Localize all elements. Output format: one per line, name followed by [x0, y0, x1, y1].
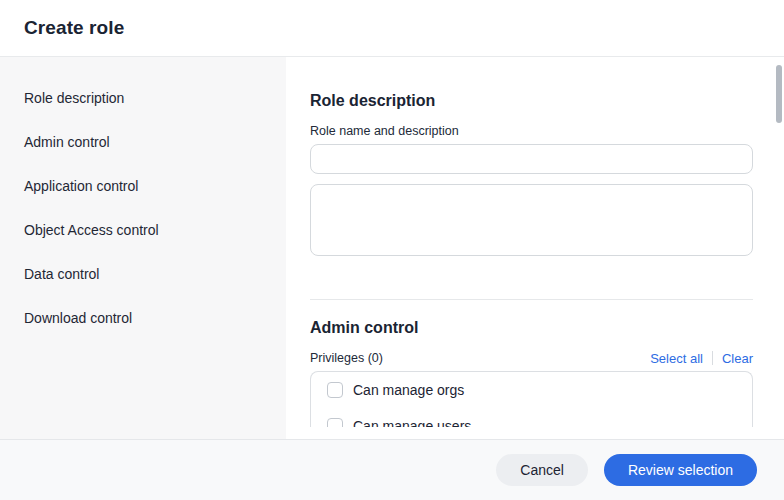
- checkbox-icon[interactable]: [327, 382, 343, 398]
- privilege-row-can-manage-users[interactable]: Can manage users: [311, 408, 752, 427]
- section-divider: [310, 299, 753, 300]
- privileges-toolbar: Privileges (0) Select all Clear: [310, 350, 753, 366]
- admin-control-heading: Admin control: [310, 317, 753, 339]
- sidebar-item-admin-control[interactable]: Admin control: [0, 120, 286, 164]
- sidebar-item-data-control[interactable]: Data control: [0, 252, 286, 296]
- privileges-links: Select all Clear: [650, 351, 753, 366]
- main-content: Role description Role name and descripti…: [286, 57, 784, 439]
- privilege-label: Can manage users: [353, 418, 471, 427]
- role-description-textarea[interactable]: [310, 184, 753, 256]
- sidebar-item-application-control[interactable]: Application control: [0, 164, 286, 208]
- sidebar-item-label: Data control: [24, 266, 99, 282]
- page-title: Create role: [24, 17, 124, 39]
- privileges-list: Can manage orgs Can manage users: [310, 371, 753, 427]
- privilege-label: Can manage orgs: [353, 382, 464, 398]
- create-role-page: Create role Role description Admin contr…: [0, 0, 784, 500]
- select-all-link[interactable]: Select all: [650, 351, 703, 366]
- sidebar-item-label: Admin control: [24, 134, 110, 150]
- privileges-count-label: Privileges (0): [310, 350, 383, 366]
- checkbox-icon[interactable]: [327, 418, 343, 427]
- sidebar-item-role-description[interactable]: Role description: [0, 76, 286, 120]
- page-body: Role description Admin control Applicati…: [0, 57, 784, 439]
- review-selection-button[interactable]: Review selection: [604, 454, 757, 486]
- role-name-description-label: Role name and description: [310, 123, 753, 139]
- vertical-scrollbar-thumb[interactable]: [776, 65, 782, 123]
- sidebar-item-label: Download control: [24, 310, 132, 326]
- page-header: Create role: [0, 0, 784, 57]
- link-separator: [712, 351, 713, 365]
- cancel-button[interactable]: Cancel: [496, 454, 588, 486]
- sidebar-item-label: Role description: [24, 90, 124, 106]
- footer-actions: Cancel Review selection: [0, 439, 784, 500]
- sidebar: Role description Admin control Applicati…: [0, 57, 286, 439]
- role-name-input[interactable]: [310, 144, 753, 174]
- role-description-heading: Role description: [310, 90, 753, 112]
- sidebar-item-label: Object Access control: [24, 222, 159, 238]
- sidebar-item-label: Application control: [24, 178, 138, 194]
- clear-link[interactable]: Clear: [722, 351, 753, 366]
- scroll-viewport[interactable]: Role description Role name and descripti…: [286, 57, 784, 427]
- sidebar-item-object-access-control[interactable]: Object Access control: [0, 208, 286, 252]
- sidebar-item-download-control[interactable]: Download control: [0, 296, 286, 340]
- privilege-row-can-manage-orgs[interactable]: Can manage orgs: [311, 372, 752, 408]
